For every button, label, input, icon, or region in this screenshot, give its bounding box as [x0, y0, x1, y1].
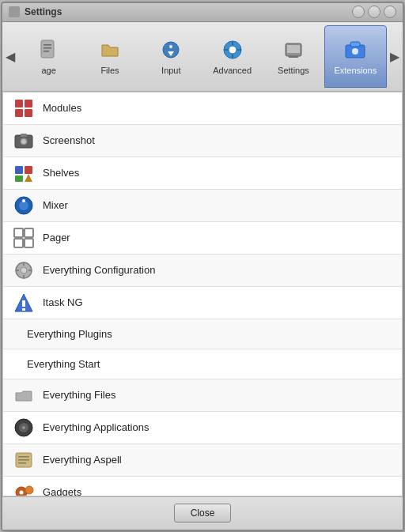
tab-icon-extensions — [343, 37, 368, 62]
list-item-label-modules: Modules — [43, 102, 81, 114]
footer: Close — [2, 496, 403, 530]
list-item-icon-screenshot — [13, 130, 35, 152]
list-item-label-mixer: Mixer — [43, 199, 68, 211]
svg-marker-30 — [25, 174, 32, 182]
list-item-icon-everything-apps — [13, 417, 35, 439]
list-item-label-gadgets: Gadgets — [43, 486, 81, 496]
list-item-icon-mixer — [13, 194, 35, 217]
tab-label-advanced: Advanced — [213, 66, 252, 75]
svg-point-25 — [21, 139, 26, 144]
svg-point-5 — [169, 45, 172, 48]
tab-icon-advanced — [220, 37, 245, 62]
list-item-screenshot[interactable]: Screenshot — [3, 125, 402, 157]
svg-rect-12 — [237, 49, 241, 51]
list-item-everything-files[interactable]: Everything Files — [3, 379, 402, 412]
list-item-label-everything-files: Everything Files — [43, 389, 115, 401]
list-item-icon-everything-aspell — [13, 449, 35, 471]
list-item-icon-gadgets — [13, 481, 35, 496]
list-item-label-itask-ng: Itask NG — [43, 296, 83, 308]
svg-rect-19 — [15, 100, 23, 108]
svg-point-55 — [25, 486, 33, 494]
prev-nav-button[interactable]: ◀ — [2, 25, 18, 88]
list-item-label-shelves: Shelves — [43, 167, 79, 179]
list-item-icon-pager — [13, 227, 35, 249]
tab-label-input: Input — [161, 66, 180, 75]
tab-icon-input — [158, 37, 184, 62]
list-item-mixer[interactable]: Mixer — [3, 190, 402, 222]
svg-rect-51 — [18, 456, 29, 458]
svg-rect-28 — [25, 166, 32, 174]
tab-advanced[interactable]: Advanced — [202, 25, 263, 88]
svg-rect-10 — [232, 55, 233, 58]
svg-rect-43 — [28, 270, 32, 271]
svg-point-56 — [20, 490, 24, 494]
tab-label-files: Files — [100, 66, 119, 75]
list-item-icon-modules — [13, 97, 35, 119]
close-button-titlebar[interactable] — [384, 6, 396, 18]
list-item-label-pager: Pager — [43, 232, 70, 243]
close-button[interactable]: Close — [174, 504, 232, 523]
svg-rect-21 — [15, 109, 23, 117]
list-item-everything-config[interactable]: Everything Configuration — [3, 255, 402, 287]
svg-rect-3 — [44, 51, 49, 52]
settings-window: Settings ◀ ageFilesInputAdvancedSettings… — [1, 2, 404, 531]
svg-point-33 — [22, 199, 25, 202]
svg-rect-37 — [25, 239, 33, 247]
list-item-gadgets[interactable]: Gadgets — [3, 477, 402, 496]
svg-point-49 — [22, 426, 25, 429]
tab-extensions[interactable]: Extensions — [324, 25, 387, 88]
list-item-label-everything-config: Everything Configuration — [43, 264, 155, 276]
list-item-icon-shelves — [13, 162, 35, 184]
svg-rect-52 — [18, 459, 29, 461]
list-item-pager[interactable]: Pager — [3, 222, 402, 255]
svg-rect-29 — [15, 175, 23, 182]
tab-icon-files — [97, 37, 123, 62]
svg-rect-34 — [14, 228, 23, 237]
list-item-shelves[interactable]: Shelves — [3, 157, 402, 190]
svg-rect-1 — [44, 44, 51, 46]
list-item-label-everything-apps: Everything Applications — [43, 421, 149, 433]
maximize-button[interactable] — [368, 6, 380, 18]
minimize-button[interactable] — [352, 6, 365, 18]
window-title: Settings — [25, 6, 352, 17]
svg-rect-11 — [224, 49, 228, 51]
tab-label-page: age — [41, 66, 55, 75]
list-item-modules[interactable]: Modules — [3, 92, 402, 125]
svg-point-18 — [352, 48, 358, 55]
tab-page[interactable]: age — [18, 25, 79, 88]
tab-label-settings: Settings — [278, 66, 309, 75]
list-item-itask-ng[interactable]: Itask NG — [3, 287, 402, 319]
list-item-icon-itask-ng — [13, 292, 35, 314]
svg-rect-53 — [18, 462, 26, 464]
svg-rect-22 — [25, 109, 32, 117]
tab-icon-page — [36, 37, 62, 62]
svg-rect-46 — [22, 308, 25, 311]
window-icon — [9, 6, 20, 17]
svg-rect-2 — [44, 47, 51, 49]
tab-settings[interactable]: Settings — [263, 25, 324, 88]
tab-input[interactable]: Input — [141, 25, 202, 88]
svg-point-39 — [21, 267, 27, 274]
list-item-label-everything-aspell: Everything Aspell — [43, 454, 122, 466]
list-item-everything-apps[interactable]: Everything Applications — [3, 412, 402, 444]
tab-icon-settings — [281, 37, 306, 62]
svg-rect-17 — [350, 42, 360, 47]
next-nav-button[interactable]: ▶ — [387, 25, 403, 88]
list-item-everything-aspell[interactable]: Everything Aspell — [3, 444, 402, 477]
svg-rect-42 — [16, 270, 19, 271]
window-controls — [352, 6, 396, 18]
content-area: ModulesScreenshotShelvesMixerPagerEveryt… — [2, 92, 403, 496]
list-item-everything-start[interactable]: Everything Start — [3, 349, 402, 379]
svg-rect-9 — [232, 41, 233, 45]
svg-rect-41 — [23, 275, 25, 278]
toolbar: ◀ ageFilesInputAdvancedSettingsExtension… — [2, 22, 403, 92]
tab-bar: ageFilesInputAdvancedSettingsExtensions — [18, 25, 387, 88]
svg-rect-26 — [21, 134, 27, 137]
tab-files[interactable]: Files — [79, 25, 140, 88]
svg-rect-35 — [25, 228, 33, 237]
titlebar: Settings — [2, 3, 403, 22]
list-item-label-screenshot: Screenshot — [43, 134, 95, 146]
list-item-everything-plugins[interactable]: Everything Plugins — [3, 319, 402, 349]
list-item-label-everything-plugins: Everything Plugins — [27, 328, 112, 340]
svg-rect-45 — [22, 300, 25, 307]
